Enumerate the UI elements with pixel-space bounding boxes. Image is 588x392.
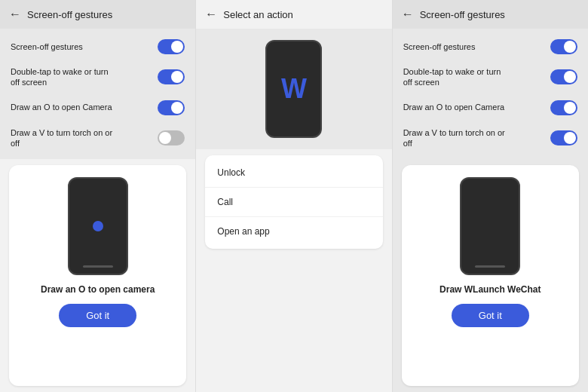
panel-screen-off-gestures-1: ← Screen-off gestures Screen-off gesture… bbox=[0, 0, 195, 392]
action-item-unlock[interactable]: Unlock bbox=[205, 158, 382, 188]
panel3-toggle-2[interactable] bbox=[550, 100, 577, 115]
setting-item-1[interactable]: Double-tap to wake or turn off screen bbox=[0, 60, 195, 94]
setting-label-3: Draw a V to turn torch on or off bbox=[11, 127, 116, 149]
panel3-phone-bottom-bar bbox=[475, 265, 505, 268]
setting-label-2: Draw an O to open Camera bbox=[11, 102, 112, 112]
back-arrow-icon-2[interactable]: ← bbox=[205, 8, 217, 21]
panel3-phone-card: Draw WLaunch WeChat Got it bbox=[402, 165, 579, 386]
toggle-3[interactable] bbox=[158, 130, 185, 145]
panel3-setting-label-1: Double-tap to wake or turn off screen bbox=[403, 66, 509, 88]
panel1-header: ← Screen-off gestures bbox=[0, 0, 195, 29]
panel3-toggle-0[interactable] bbox=[550, 39, 577, 54]
w-letter-icon: W bbox=[281, 75, 307, 103]
panel3-setting-item-0[interactable]: Screen-off gestures bbox=[393, 33, 588, 60]
action-list: Unlock Call Open an app bbox=[205, 155, 382, 249]
setting-item-3[interactable]: Draw a V to turn torch on or off bbox=[0, 121, 195, 155]
panel3-phone-device bbox=[460, 177, 520, 275]
setting-item-2[interactable]: Draw an O to open Camera bbox=[0, 94, 195, 121]
toggle-1[interactable] bbox=[158, 69, 185, 84]
phone-bottom-bar bbox=[83, 265, 113, 268]
phone-dot-icon bbox=[93, 221, 103, 231]
panel1-phone-description: Draw an O to open camera bbox=[41, 284, 155, 295]
panel2-phone-device: W bbox=[265, 40, 322, 138]
panel1-phone-device bbox=[68, 177, 128, 275]
panel3-got-it-button[interactable]: Got it bbox=[452, 304, 529, 327]
panel3-toggle-1[interactable] bbox=[550, 69, 577, 84]
setting-item-0[interactable]: Screen-off gestures bbox=[0, 33, 195, 60]
setting-label-0: Screen-off gestures bbox=[11, 41, 83, 52]
panel3-setting-label-3: Draw a V to turn torch on or off bbox=[403, 127, 509, 149]
panel-screen-off-gestures-3: ← Screen-off gestures Screen-off gesture… bbox=[392, 0, 588, 392]
panel3-toggle-3[interactable] bbox=[550, 130, 577, 145]
toggle-0[interactable] bbox=[158, 39, 185, 54]
panel3-setting-item-3[interactable]: Draw a V to turn torch on or off bbox=[393, 121, 588, 155]
panel3-setting-label-0: Screen-off gestures bbox=[403, 41, 476, 52]
panel1-settings-list: Screen-off gestures Double-tap to wake o… bbox=[0, 29, 195, 159]
panel3-header: ← Screen-off gestures bbox=[393, 0, 588, 29]
panel2-title: Select an action bbox=[223, 9, 293, 20]
panel3-title: Screen-off gestures bbox=[420, 9, 505, 20]
panel3-setting-label-2: Draw an O to open Camera bbox=[403, 102, 505, 112]
setting-label-1: Double-tap to wake or turn off screen bbox=[11, 66, 116, 88]
panel-select-action: ← Select an action W Unlock Call Open an… bbox=[195, 0, 391, 392]
panel1-phone-card: Draw an O to open camera Got it bbox=[9, 165, 186, 386]
panel2-phone-preview-container: W bbox=[196, 29, 391, 149]
panel3-settings-list: Screen-off gestures Double-tap to wake o… bbox=[393, 29, 588, 159]
panel3-setting-item-1[interactable]: Double-tap to wake or turn off screen bbox=[393, 60, 588, 94]
action-item-open-app[interactable]: Open an app bbox=[205, 217, 382, 246]
back-arrow-icon-1[interactable]: ← bbox=[9, 8, 21, 21]
panel3-phone-description: Draw WLaunch WeChat bbox=[439, 284, 541, 295]
toggle-2[interactable] bbox=[158, 100, 185, 115]
panel2-header: ← Select an action bbox=[196, 0, 391, 29]
back-arrow-icon-3[interactable]: ← bbox=[402, 8, 414, 21]
panel1-title: Screen-off gestures bbox=[27, 9, 112, 20]
action-item-call[interactable]: Call bbox=[205, 188, 382, 217]
panel1-got-it-button[interactable]: Got it bbox=[59, 304, 136, 327]
panel3-setting-item-2[interactable]: Draw an O to open Camera bbox=[393, 94, 588, 121]
